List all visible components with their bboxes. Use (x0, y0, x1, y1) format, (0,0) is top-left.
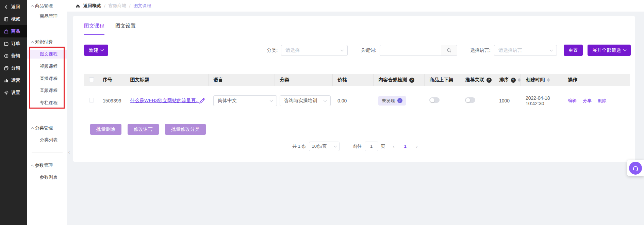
group-header-label: 商品管理 (35, 3, 53, 9)
category-select[interactable]: 请选择 (281, 45, 348, 56)
cell-price: 0.00 (332, 86, 373, 116)
delete-link[interactable]: 删除 (598, 98, 607, 103)
chevron-down-icon (623, 48, 627, 51)
check-circle-icon: ✓ (397, 98, 402, 103)
group-header-label: 知识付费 (35, 39, 53, 45)
sidebar-item-marketing[interactable]: 营销 (0, 50, 27, 62)
collapse-caret-icon (31, 5, 34, 7)
header-language: 语言 (208, 74, 275, 86)
help-icon[interactable]: ? (511, 78, 516, 83)
breadcrumb-separator: / (104, 3, 105, 9)
sidebar-collapse-handle[interactable]: ‹ (67, 147, 71, 156)
breadcrumb-mall[interactable]: 官微商城 (109, 3, 126, 9)
cell-id: 1509399 (98, 86, 125, 116)
row-category-select[interactable]: 咨询与实操培训 (280, 95, 331, 106)
breadcrumb-home[interactable]: 返回概览 (83, 3, 101, 9)
menu-item-video-course[interactable]: 视频课程 (27, 62, 67, 71)
sidebar-item-settings[interactable]: 设置 (0, 86, 27, 99)
category-filter-label: 分类: (267, 47, 278, 53)
compass-icon (4, 53, 9, 59)
batch-language-button[interactable]: 修改语言 (128, 124, 159, 135)
group-header-category-mgmt[interactable]: 分类管理 (31, 125, 53, 131)
group-header-knowledge-pay[interactable]: 知识付费 (31, 39, 53, 45)
shelf-toggle[interactable] (429, 97, 440, 103)
help-icon[interactable]: ? (486, 78, 492, 83)
sidebar-item-operations[interactable]: 运营 (0, 74, 27, 86)
gear-icon (4, 90, 9, 95)
secondary-sidebar: 商品管理 商品管理 知识付费 图文课程 视频课程 直播课程 音频课程 专栏课程 … (27, 0, 67, 225)
menu-item-audio-course[interactable]: 音频课程 (27, 86, 67, 95)
header-price: 价格 (332, 74, 373, 86)
filter-bar: 分类: 请选择 关键词: 选择语言: 请选择语言 (267, 45, 631, 56)
tab-image-text-course[interactable]: 图文课程 (84, 23, 104, 35)
menu-item-category-list[interactable]: 分类列表 (27, 135, 67, 144)
menu-item-image-text-course[interactable]: 图文课程 (27, 50, 67, 59)
header-sort-label: 排序 (499, 77, 509, 83)
page-size-value: 10条/页 (312, 143, 327, 149)
sidebar-item-label: 订单 (11, 41, 20, 47)
tab-image-text-settings[interactable]: 图文设置 (115, 23, 136, 35)
pagination-total: 共 1 条 (292, 143, 306, 149)
group-header-label: 分类管理 (35, 125, 53, 131)
header-recommend: 推荐关联? (460, 74, 494, 86)
share-link[interactable]: 分享 (583, 98, 592, 103)
sidebar-item-products[interactable]: 商品 (0, 25, 27, 37)
help-icon[interactable]: ? (409, 78, 414, 83)
batch-category-button[interactable]: 批量修改分类 (165, 124, 206, 135)
sort-arrows-icon[interactable] (547, 78, 550, 82)
sort-arrows-icon[interactable] (518, 78, 521, 82)
table-row: 1509399 什么是WEB3独立网站的流量豆... 简体中文 (84, 86, 630, 116)
goto-page-input[interactable] (365, 142, 378, 151)
expand-filters-label: 展开全部筛选 (592, 47, 621, 53)
header-sort: 排序? (494, 74, 521, 86)
batch-delete-button[interactable]: 批量删除 (90, 124, 121, 135)
next-page-arrow[interactable]: › (411, 143, 423, 149)
toolbar: 新建 分类: 请选择 关键词: 选择 (84, 45, 631, 56)
cell-sort: 1000 (494, 86, 521, 116)
customer-service-widget[interactable] (627, 160, 644, 176)
keyword-input[interactable] (380, 45, 441, 56)
overview-icon (4, 17, 9, 22)
recommend-toggle[interactable] (465, 97, 475, 103)
search-icon (446, 48, 452, 53)
course-title-link[interactable]: 什么是WEB3独立网站的流量豆... (130, 98, 199, 104)
sidebar-item-overview[interactable]: 概览 (0, 13, 27, 25)
sidebar-item-orders[interactable]: 订单 (0, 37, 27, 50)
language-select-placeholder: 请选择语言 (498, 47, 522, 53)
current-page[interactable]: 1 (402, 144, 409, 149)
group-header-product-mgmt[interactable]: 商品管理 (31, 3, 53, 9)
row-language-select[interactable]: 简体中文 (213, 95, 277, 106)
group-header-label: 参数管理 (35, 162, 53, 168)
compliance-status-label: 未发现 (382, 98, 395, 104)
bar-chart-icon (4, 78, 9, 83)
sidebar-item-distribution[interactable]: 分销 (0, 62, 27, 74)
new-button[interactable]: 新建 (84, 45, 108, 56)
layers-icon (4, 66, 9, 71)
page-size-select[interactable]: 10条/页 (309, 142, 340, 151)
chevron-down-icon (341, 48, 344, 51)
header-recommend-label: 推荐关联 (465, 77, 484, 83)
course-table: 序号 图文标题 语言 分类 价格 内容合规检测? 商品上下架 推荐关联? (84, 74, 630, 116)
reset-button[interactable]: 重置 (564, 45, 583, 56)
language-select[interactable]: 请选择语言 (494, 45, 557, 56)
cell-created: 2022-04-18 10:42:30 (521, 86, 563, 116)
home-icon (76, 3, 80, 8)
edit-pencil-icon[interactable] (199, 97, 205, 104)
group-header-param-mgmt[interactable]: 参数管理 (31, 162, 53, 168)
select-all-checkbox[interactable] (89, 77, 94, 82)
menu-item-param-list[interactable]: 参数列表 (27, 173, 67, 182)
prev-page-arrow[interactable]: ‹ (388, 143, 399, 149)
row-checkbox[interactable] (89, 98, 94, 102)
row-category-value: 咨询与实操培训 (284, 98, 317, 104)
edit-link[interactable]: 编辑 (568, 98, 577, 103)
sidebar-item-label: 返回 (11, 4, 20, 10)
menu-item-live-course[interactable]: 直播课程 (27, 74, 67, 83)
chevron-down-icon (101, 48, 104, 51)
search-button[interactable] (441, 45, 457, 56)
menu-item-product-mgmt[interactable]: 商品管理 (27, 12, 67, 21)
expand-filters-button[interactable]: 展开全部筛选 (588, 45, 631, 56)
menu-item-column-course[interactable]: 专栏课程 (27, 98, 67, 107)
goto-label: 前往 (353, 143, 362, 149)
divider (32, 116, 63, 116)
sidebar-item-back[interactable]: 返回 (0, 1, 27, 13)
